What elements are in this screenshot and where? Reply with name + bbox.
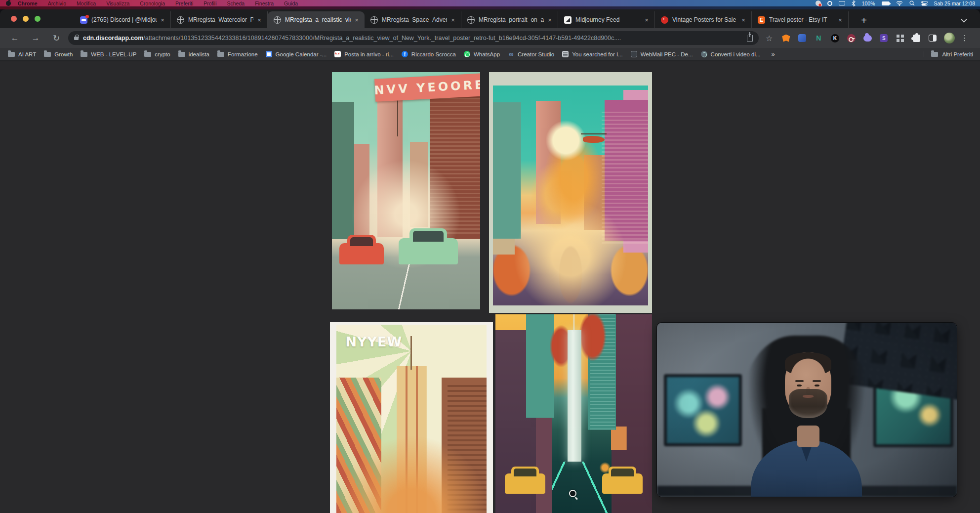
close-tab-icon[interactable]: × [739,16,747,24]
poster-new-york-top-left: NVV YEOORE [332,72,480,309]
tab-label: MRregista_Watercolor_Pa [188,16,253,23]
bookmark-you-searched[interactable]: You searched for I... [562,51,623,57]
bookmark-folder-web-level-up[interactable]: WEB - LEVEL-UP [81,51,136,57]
webcam-vignette [657,323,957,497]
bookmark-google-calendar[interactable]: Google Calendar -... [266,51,327,57]
tab-label: MRregista_portrait_on_a_ [479,16,544,23]
tab-label: MRregista_Space_Advent [382,16,447,23]
screen-record-icon[interactable] [816,0,821,6]
tab-strip: (2765) Discord | @Midjou × MRregista_Wat… [0,9,980,28]
chrome-menu-kebab-icon[interactable]: ⋮ [961,34,968,43]
close-tab-icon[interactable]: × [353,16,361,24]
folder-icon [44,52,51,57]
toolbar: ← → ↻ cdn.discordapp.com /attachments/10… [0,28,980,48]
notion-extension-icon[interactable]: N [814,34,823,43]
profile-avatar[interactable] [944,33,955,43]
cloud-extension-icon[interactable] [863,35,872,42]
menubar-app-name[interactable]: Chrome [18,0,38,6]
menubar-item-preferiti[interactable]: Preferiti [175,0,193,6]
s-extension-icon[interactable]: S [880,34,888,42]
k-extension-icon[interactable]: K [831,34,839,43]
midjourney-favicon [564,16,572,24]
bookmark-facebook-profile[interactable]: fRiccardo Scrocca [402,51,456,57]
menubar-item-visualizza[interactable]: Visualizza [106,0,129,6]
grid-extension-icon[interactable] [897,35,904,42]
globe-favicon [467,16,475,24]
wallet-extension-icon[interactable] [798,34,806,42]
vintage-posters-favicon [661,16,668,24]
desktop: Chrome Archivio Modifica Visualizza Cron… [0,0,980,513]
bookmark-label: Formazione [228,51,258,57]
bookmarks-overflow-chevrons[interactable]: » [772,50,775,58]
menubar-item-scheda[interactable]: Scheda [227,0,245,6]
tab-vintage-posters[interactable]: Vintage Posters for Sale | × [655,11,752,28]
extensions-puzzle-icon[interactable] [913,35,920,42]
menubar-item-cronologia[interactable]: Cronologia [140,0,165,6]
password-key-extension-icon[interactable] [847,34,856,43]
menubar-item-profili[interactable]: Profili [204,0,216,6]
tab-portrait[interactable]: MRregista_portrait_on_a_ × [461,11,558,28]
menubar-item-guida[interactable]: Guida [284,0,298,6]
bookmark-folder-growth[interactable]: Growth [44,51,73,57]
bookmark-star-icon[interactable]: ☆ [766,34,773,43]
helicopter [583,136,605,142]
bookmark-folder-formazione[interactable]: Formazione [217,51,258,57]
bookmark-label: Growth [54,51,73,57]
reload-button[interactable]: ↻ [50,33,62,43]
bookmark-label: You searched for I... [572,51,623,57]
bookmark-label: crypto [155,51,170,57]
close-window-button[interactable] [11,16,17,22]
close-tab-icon[interactable]: × [643,16,651,24]
back-button[interactable]: ← [9,33,21,43]
bookmark-whatsapp[interactable]: WhatsApp [464,51,500,57]
menubar-item-archivio[interactable]: Archivio [48,0,66,6]
tab-etsy[interactable]: E Travel poster - Etsy IT × [752,11,849,28]
menubar-item-modifica[interactable]: Modifica [77,0,96,6]
address-bar[interactable]: cdn.discordapp.com /attachments/10135123… [68,31,759,45]
display-mirroring-icon[interactable] [839,1,845,5]
bookmark-label: Posta in arrivo - ri... [344,51,394,57]
menubar-item-finestra[interactable]: Finestra [255,0,274,6]
forward-button[interactable]: → [30,33,41,43]
side-panel-icon[interactable] [929,35,937,42]
meta-infinity-icon: ∞ [508,51,514,57]
bookmark-folder-crypto[interactable]: crypto [144,51,170,57]
close-tab-icon[interactable]: × [159,16,166,24]
tab-discord[interactable]: (2765) Discord | @Midjou × [74,11,171,28]
page-content-image-view[interactable]: NVV YEOORE NYYEW [0,61,980,513]
close-tab-icon[interactable]: × [255,16,263,24]
tab-watercolor[interactable]: MRregista_Watercolor_Pa × [171,11,268,28]
bookmark-folder-ai-art[interactable]: AI ART [8,51,36,57]
wifi-icon[interactable] [896,0,903,6]
apple-menu-icon[interactable] [6,1,11,6]
close-tab-icon[interactable]: × [836,16,844,24]
close-tab-icon[interactable]: × [449,16,457,24]
folder-icon [217,52,224,57]
bookmark-webmail-pec[interactable]: WebMail PEC - De... [631,51,693,57]
bookmark-creator-studio[interactable]: ∞Creator Studio [508,51,554,57]
poster-artwork: NYYEW [336,325,487,513]
camera-app-icon[interactable] [827,1,832,6]
minimize-window-button[interactable] [23,16,29,22]
tab-realistic-view-active[interactable]: MRregista_a_realistic_vie × [268,11,365,28]
mint-vintage-car [399,238,458,264]
bookmark-folder-idealista[interactable]: idealista [178,51,209,57]
share-icon[interactable] [747,35,753,42]
other-bookmarks[interactable]: Altri Preferiti [924,51,980,57]
folder-icon [178,52,185,57]
spotlight-search-icon[interactable] [909,0,915,6]
tab-midjourney-feed[interactable]: Midjourney Feed × [558,11,655,28]
bookmark-video-converter[interactable]: Converti i video di... [701,51,761,57]
metamask-extension-icon[interactable] [782,35,790,42]
bluetooth-icon[interactable] [852,0,856,6]
menubar-clock[interactable]: Sab 25 mar 12:08 [934,0,975,6]
fullscreen-window-button[interactable] [35,16,41,22]
bookmark-gmail-inbox[interactable]: Posta in arrivo - ri... [334,51,394,57]
close-tab-icon[interactable]: × [546,16,554,24]
new-tab-button[interactable]: + [857,13,871,27]
lock-icon[interactable] [74,37,79,40]
tab-search-chevron-icon[interactable] [961,16,967,23]
tab-space-adventure[interactable]: MRregista_Space_Advent × [365,11,461,28]
control-center-icon[interactable] [921,1,928,6]
menubar-status-area: 100% Sab 25 mar 12:08 [816,0,980,6]
